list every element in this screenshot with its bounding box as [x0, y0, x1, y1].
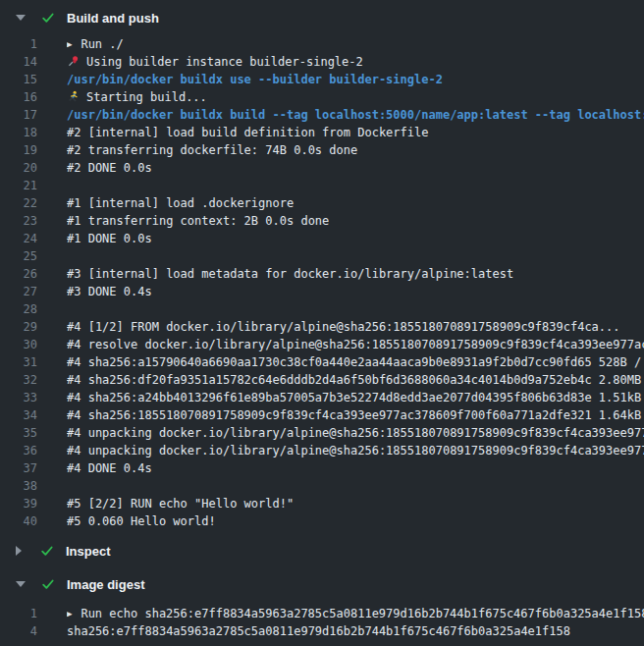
line-number[interactable]: 40: [0, 512, 37, 530]
line-content: #1 DONE 0.0s: [67, 230, 644, 247]
log-line: 1▶Run ./: [0, 35, 644, 53]
log-line: 35#4 unpacking docker.io/library/alpine@…: [0, 424, 644, 442]
line-content: [67, 177, 644, 194]
log-line: 40#5 0.060 Hello world!: [0, 512, 644, 530]
line-text: #1 DONE 0.0s: [67, 232, 152, 245]
workflow-log: Build and push1▶Run ./14Using builder in…: [0, 0, 644, 646]
line-text: sha256:e7ff8834a5963a2785c5a0811e979d16b…: [67, 624, 570, 638]
line-number[interactable]: 39: [0, 495, 37, 512]
line-content: [67, 247, 644, 265]
section-header-image-digest[interactable]: Image digest: [0, 569, 644, 599]
line-content: #5 0.060 Hello world!: [67, 512, 644, 530]
log-line: 14Using builder instance builder-single-…: [0, 53, 644, 71]
line-number[interactable]: 25: [0, 247, 37, 265]
line-number[interactable]: 19: [0, 141, 37, 159]
line-text: Starting build...: [86, 90, 207, 104]
line-number[interactable]: 21: [0, 177, 37, 194]
line-content: #4 resolve docker.io/library/alpine@sha2…: [67, 336, 644, 353]
log-line: 26#3 [internal] load metadata for docker…: [0, 265, 644, 283]
check-success-icon: [40, 544, 54, 558]
section-header-build-and-push[interactable]: Build and push: [0, 0, 644, 35]
line-content: [67, 477, 644, 495]
line-number[interactable]: 31: [0, 353, 37, 371]
log-line: 17/usr/bin/docker buildx build --tag loc…: [0, 106, 644, 124]
line-text: #5 [2/2] RUN echo "Hello world!": [67, 497, 294, 511]
line-number[interactable]: 1: [0, 35, 37, 53]
log-line: 36#4 unpacking docker.io/library/alpine@…: [0, 442, 644, 459]
line-content: #4 sha256:a24bb4013296f61e89ba57005a7b3e…: [67, 389, 644, 406]
line-number[interactable]: 24: [0, 230, 37, 247]
line-number[interactable]: 35: [0, 424, 37, 442]
log-line: 29#4 [1/2] FROM docker.io/library/alpine…: [0, 318, 644, 336]
line-text: #4 unpacking docker.io/library/alpine@sh…: [67, 426, 644, 440]
line-content: ▶Run echo sha256:e7ff8834a5963a2785c5a08…: [67, 605, 644, 622]
line-number[interactable]: 27: [0, 283, 37, 300]
log-line: 16Starting build...: [0, 88, 644, 106]
line-number[interactable]: 22: [0, 194, 37, 212]
log-line: 27#3 DONE 0.4s: [0, 283, 644, 300]
log-line: 31#4 sha256:a15790640a6690aa1730c38cf0a4…: [0, 353, 644, 371]
line-content: #2 [internal] load build definition from…: [67, 124, 644, 141]
log-line: 33#4 sha256:a24bb4013296f61e89ba57005a7b…: [0, 389, 644, 406]
check-success-icon: [41, 577, 55, 591]
line-number[interactable]: 16: [0, 88, 37, 106]
section-title-build-and-push: Build and push: [67, 11, 159, 26]
check-success-icon: [41, 11, 55, 25]
line-number[interactable]: 34: [0, 406, 37, 424]
log-line: 25: [0, 247, 644, 265]
line-content: #4 unpacking docker.io/library/alpine@sh…: [67, 424, 644, 442]
run-expand-arrow-icon[interactable]: ▶: [67, 605, 72, 622]
line-number[interactable]: 38: [0, 477, 37, 495]
line-text: #4 sha256:a24bb4013296f61e89ba57005a7b3e…: [67, 391, 644, 404]
line-text: #3 DONE 0.4s: [67, 285, 152, 298]
line-text: #4 resolve docker.io/library/alpine@sha2…: [67, 338, 644, 351]
line-content: [67, 300, 644, 318]
line-number[interactable]: 30: [0, 336, 37, 353]
line-content: #4 sha256:a15790640a6690aa1730c38cf0a440…: [67, 353, 644, 371]
line-number[interactable]: 4: [0, 622, 37, 640]
line-number[interactable]: 28: [0, 300, 37, 318]
line-text: #1 transferring context: 2B 0.0s done: [67, 214, 329, 228]
line-text: Run ./: [80, 37, 123, 51]
line-number[interactable]: 18: [0, 124, 37, 141]
line-content: #1 [internal] load .dockerignore: [67, 194, 644, 212]
line-text: #4 unpacking docker.io/library/alpine@sh…: [67, 444, 644, 458]
line-number[interactable]: 20: [0, 159, 37, 177]
line-text: #2 DONE 0.0s: [67, 161, 152, 175]
log-line: 38: [0, 477, 644, 495]
line-number[interactable]: 29: [0, 318, 37, 336]
log-line: 21: [0, 177, 644, 194]
line-text: #1 [internal] load .dockerignore: [67, 196, 294, 210]
line-content: /usr/bin/docker buildx build --tag local…: [67, 106, 644, 124]
section-body-build-and-push: 1▶Run ./14Using builder instance builder…: [0, 35, 644, 530]
chevron-down-icon[interactable]: [16, 581, 26, 587]
line-number[interactable]: 33: [0, 389, 37, 406]
log-line: 24#1 DONE 0.0s: [0, 230, 644, 247]
line-content: /usr/bin/docker buildx use --builder bui…: [67, 71, 644, 88]
line-text: /usr/bin/docker buildx build --tag local…: [67, 108, 644, 122]
log-line: 4sha256:e7ff8834a5963a2785c5a0811e979d16…: [0, 622, 644, 640]
line-number[interactable]: 1: [0, 605, 37, 622]
line-content: Using builder instance builder-single-2: [67, 53, 644, 71]
line-text: #5 0.060 Hello world!: [67, 514, 216, 528]
log-line: 18#2 [internal] load build definition fr…: [0, 124, 644, 141]
line-number[interactable]: 23: [0, 212, 37, 230]
line-number[interactable]: 14: [0, 53, 37, 71]
line-content: #4 sha256:185518070891758909c9f839cf4ca3…: [67, 406, 644, 424]
line-number[interactable]: 37: [0, 459, 37, 477]
chevron-right-icon[interactable]: [16, 546, 22, 556]
log-line: 23#1 transferring context: 2B 0.0s done: [0, 212, 644, 230]
log-line: 34#4 sha256:185518070891758909c9f839cf4c…: [0, 406, 644, 424]
chevron-down-icon[interactable]: [16, 15, 26, 21]
line-content: #2 DONE 0.0s: [67, 159, 644, 177]
run-expand-arrow-icon[interactable]: ▶: [67, 35, 72, 53]
line-content: #3 [internal] load metadata for docker.i…: [67, 265, 644, 283]
line-number[interactable]: 15: [0, 71, 37, 88]
line-number[interactable]: 36: [0, 442, 37, 459]
line-number[interactable]: 26: [0, 265, 37, 283]
line-content: #3 DONE 0.4s: [67, 283, 644, 300]
line-number[interactable]: 32: [0, 371, 37, 389]
line-number[interactable]: 17: [0, 106, 37, 124]
section-header-inspect[interactable]: Inspect: [0, 536, 644, 565]
runner-icon: [67, 90, 80, 103]
